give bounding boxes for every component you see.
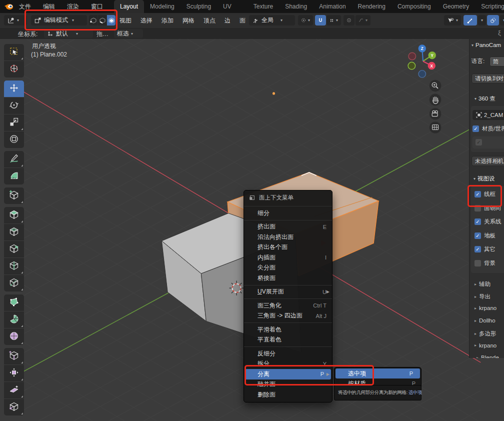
topbar-menu-文件[interactable]: 文件 [13,2,37,11]
drag-label[interactable]: 拖… [96,30,108,38]
collapsed-section-Dollho[interactable]: ▸Dollho [474,318,496,324]
menu-item-挤出面[interactable]: 挤出面E [245,222,331,232]
tab-geometry-nodes[interactable]: Geometry Nodes [437,0,476,13]
collapsed-section-多边形[interactable]: ▸多边形 [474,330,496,338]
section-view-settings[interactable]: ▾视图设 [474,175,495,182]
tab-compositing[interactable]: Compositing [392,0,437,13]
menu-item-桥接面[interactable]: 桥接面 [245,273,331,284]
view-option-背景[interactable]: 背景 [474,260,496,267]
tool-move[interactable] [4,80,24,97]
tool-select-box[interactable] [4,44,24,60]
falloff-dropdown[interactable]: ▾ [356,15,370,26]
menu-item-反细分[interactable]: 反细分 [245,348,331,359]
menu-网格[interactable]: 网格 [178,16,199,25]
menu-item-平直着色[interactable]: 平直着色 [245,335,331,346]
topbar-menu-编辑[interactable]: 编辑 [37,2,61,11]
editor-corner-icon[interactable]: ξ [498,29,501,36]
section-360[interactable]: ▾360 查 [474,95,496,102]
tool-rip-region[interactable] [4,399,24,416]
menu-item-三角面 -> 四边面[interactable]: 三角面 -> 四边面Alt J [245,311,331,322]
tab-modeling[interactable]: Modeling [144,0,180,13]
tool-bevel[interactable] [4,241,24,258]
tab-layout[interactable]: Layout [114,0,144,13]
gizmo-toggle[interactable] [464,15,477,26]
view-option-线框[interactable]: ✓线框 [474,190,496,198]
tool-spin[interactable] [4,312,24,328]
tool-cursor[interactable] [4,61,24,78]
view-option-其它[interactable]: ✓其它 [474,246,496,253]
tool-loop-cut[interactable] [4,258,24,274]
orientation-dropdown[interactable]: 全局▾ [249,15,295,26]
gizmo-dropdown[interactable]: ▾ [478,15,486,26]
topbar-menu-窗口[interactable]: 窗口 [85,2,109,11]
tool-annotate[interactable] [4,151,24,168]
overlays-toggle[interactable] [487,15,499,26]
language-dropdown[interactable]: 简 [490,56,504,66]
view-option-关系线[interactable]: ✓关系线 [474,218,502,226]
tool-inset-faces[interactable] [4,224,24,240]
tool-shear[interactable] [4,382,24,398]
tool-edge-slide[interactable] [4,348,24,364]
collapsed-section-导出[interactable]: ▸导出 [474,293,490,300]
menu-item-删除面[interactable]: 删除面 [245,390,331,400]
tool-rotate[interactable] [4,98,24,114]
menu-选择[interactable]: 选择 [136,16,157,25]
menu-item-细分[interactable]: 细分 [245,208,331,218]
select-mode-edge-select[interactable] [98,15,106,26]
snap-toggle[interactable] [315,15,326,26]
view-option-面朝向[interactable]: 面朝向 [474,204,502,212]
menu-视图[interactable]: 视图 [115,16,136,25]
collapsed-section-辅助[interactable]: ▸辅助 [474,280,490,288]
snap-elements-dropdown[interactable]: ▾ [326,15,341,26]
sub-checkbox[interactable]: ✓ [476,139,485,146]
tab-rendering[interactable]: Rendering [352,0,392,13]
pivot-point-dropdown[interactable]: ▾ [298,15,313,26]
tool-extrude-region[interactable] [4,207,24,224]
mode-dropdown[interactable]: 编辑模式▾ [31,15,87,26]
select-mode-face-select[interactable] [107,15,116,26]
menu-item-拆分[interactable]: 拆分Y [245,359,331,370]
editor-type-selector[interactable]: ▾ [4,15,27,26]
menu-item-融并面[interactable]: 融并面 [245,380,331,390]
tool-poly-build[interactable] [4,294,24,311]
select-mode-dropdown[interactable]: 框选▾ [114,29,143,38]
tool-transform[interactable] [4,132,24,148]
menu-item-挤出各个面[interactable]: 挤出各个面 [245,242,331,253]
tool-shrink-fatten[interactable] [4,365,24,382]
tab-animation[interactable]: Animation [313,0,352,13]
tab-scripting[interactable]: Scripting [475,0,504,13]
submenu-item-选中项[interactable]: 选中项P [336,368,420,378]
topbar-menu-渲染[interactable]: 渲染 [61,2,85,11]
menu-item-分离[interactable]: 分离P▶ [245,369,331,380]
gizmo-visibility-dropdown[interactable]: ▾ [444,15,461,26]
collapsed-section-krpano[interactable]: ▸krpano [474,342,496,348]
tab-uv-editing[interactable]: UV Editing [217,0,248,13]
select-mode-vertex-select[interactable] [89,15,98,26]
tool-knife[interactable] [4,275,24,292]
menu-item-内插面[interactable]: 内插面I [245,252,331,263]
switch-notice-button[interactable]: 请切换到对 [472,74,504,84]
overlays-dropdown[interactable]: ▾ [500,15,504,26]
collapsed-section-Blende[interactable]: ▸Blende [476,354,499,358]
tab-sculpting[interactable]: Sculpting [180,0,217,13]
no-camera-button[interactable]: 未选择相机 [472,156,504,166]
view-option-地板[interactable]: ✓地板 [474,232,496,240]
menu-item-沿法向挤出面[interactable]: 沿法向挤出面 [245,232,331,242]
menu-item-尖分面[interactable]: 尖分面 [245,263,331,274]
menu-顶点[interactable]: 顶点 [199,16,220,25]
menu-边[interactable]: 边 [220,16,235,25]
menu-item-UV展开面[interactable]: UV展开面U▶ [245,287,331,298]
blender-logo-icon[interactable] [4,2,14,12]
menu-面[interactable]: 面 [235,16,250,25]
menu-item-面三角化[interactable]: 面三角化Ctrl T [245,300,331,311]
camera-selector[interactable]: 2_CAM [472,110,504,120]
tool-smooth[interactable] [4,328,24,345]
material-world-checkbox[interactable]: ✓材质/世界 [472,125,504,132]
menu-添加[interactable]: 添加 [157,16,178,25]
panel-title[interactable]: ▾PanoCam [472,42,501,48]
proportional-editing-toggle[interactable] [344,15,354,26]
tool-add-cube[interactable] [4,188,24,204]
tool-measure[interactable] [4,168,24,184]
menu-item-平滑着色[interactable]: 平滑着色 [245,324,331,335]
transform-orientation-dropdown[interactable]: 默认▾ [44,29,93,38]
